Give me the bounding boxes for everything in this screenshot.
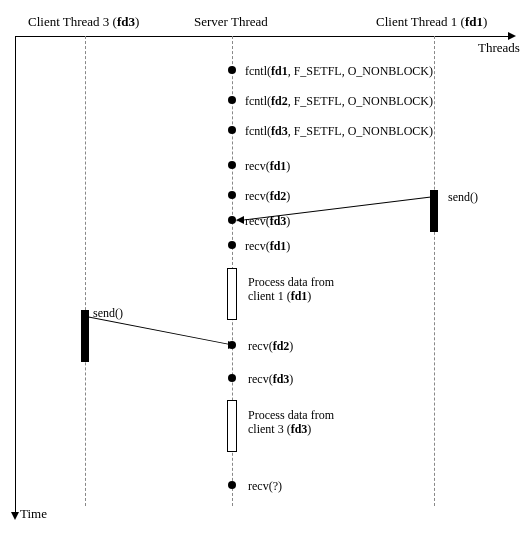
event-dot-recv3a	[228, 216, 236, 224]
time-axis-arrow	[11, 512, 19, 520]
message-line-client3	[86, 316, 233, 346]
event-dot-recvq	[228, 481, 236, 489]
event-dot-recv3b	[228, 374, 236, 382]
column-label-client3: Client Thread 3 (fd3)	[28, 14, 139, 30]
threads-axis-arrow	[508, 32, 516, 40]
time-axis-label: Time	[20, 506, 47, 522]
event-label-fcntl3: fcntl(fd3, F_SETFL, O_NONBLOCK)	[245, 124, 433, 139]
client1-text: Client Thread 1	[376, 14, 457, 29]
event-dot-recv1b	[228, 241, 236, 249]
threads-axis-label: Threads	[478, 40, 520, 56]
event-label-fcntl2: fcntl(fd2, F_SETFL, O_NONBLOCK)	[245, 94, 433, 109]
label-client1-send: send()	[448, 190, 478, 205]
client3-fd: fd3	[117, 14, 135, 29]
event-label-recv3b: recv(fd3)	[248, 372, 293, 387]
event-dot-recv2a	[228, 191, 236, 199]
client3-text: Client Thread 3	[28, 14, 109, 29]
process-label-1: Process data from client 1 (fd1)	[248, 275, 334, 303]
lifeline-client1	[434, 36, 435, 506]
event-dot-fcntl1	[228, 66, 236, 74]
event-dot-fcntl3	[228, 126, 236, 134]
lifeline-client3	[85, 36, 86, 506]
process-label-2: Process data from client 3 (fd3)	[248, 408, 334, 436]
threads-axis	[15, 36, 510, 37]
event-label-fcntl1: fcntl(fd1, F_SETFL, O_NONBLOCK)	[245, 64, 433, 79]
event-label-recv2b: recv(fd2)	[248, 339, 293, 354]
event-dot-fcntl2	[228, 96, 236, 104]
time-axis	[15, 36, 16, 514]
message-arrow-client3	[228, 341, 236, 349]
sequence-diagram: Threads Time Client Thread 3 (fd3) Serve…	[0, 0, 526, 536]
event-label-recvq: recv(?)	[248, 479, 282, 494]
process-box-2	[227, 400, 237, 452]
event-label-recv2a: recv(fd2)	[245, 189, 290, 204]
client1-fd: fd1	[465, 14, 483, 29]
activation-client3-send	[81, 310, 89, 362]
column-label-client1: Client Thread 1 (fd1)	[376, 14, 487, 30]
event-label-recv1a: recv(fd1)	[245, 159, 290, 174]
column-label-server: Server Thread	[194, 14, 268, 30]
event-label-recv1b: recv(fd1)	[245, 239, 290, 254]
event-dot-recv1a	[228, 161, 236, 169]
message-arrow-client1	[236, 216, 244, 224]
process-box-1	[227, 268, 237, 320]
